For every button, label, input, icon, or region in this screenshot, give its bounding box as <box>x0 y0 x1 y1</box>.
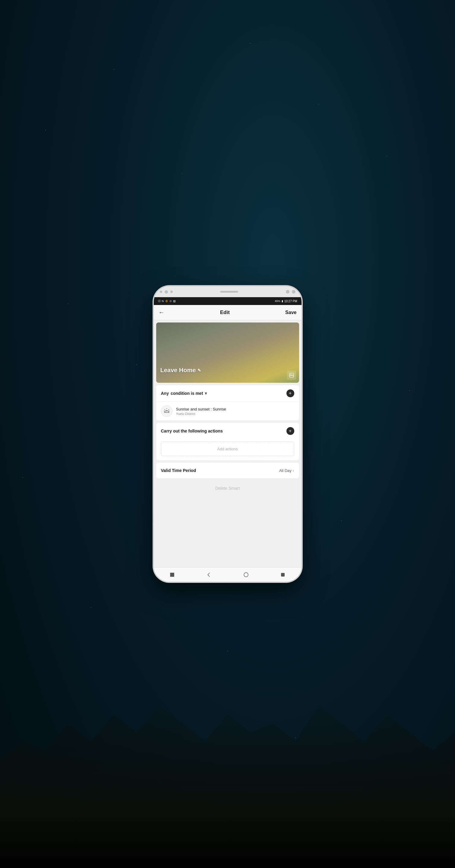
hero-image: Leave Home ✎ <box>156 322 299 383</box>
hero-title-text: Leave Home <box>160 367 196 374</box>
stop-icon <box>169 572 175 578</box>
svg-point-4 <box>244 572 248 577</box>
condition-prefix: Any <box>161 391 169 396</box>
back-nav-icon <box>206 572 212 578</box>
condition-text-group: Sunrise and sunset : Sunrise Yuelu Distr… <box>176 407 226 415</box>
actions-header: Carry out the following actions + <box>156 423 299 439</box>
top-bar-left <box>160 290 173 293</box>
wifi-icon: ⊙ <box>170 300 172 303</box>
back-button[interactable]: ← <box>159 309 164 316</box>
add-action-button[interactable]: + <box>286 427 294 435</box>
save-button[interactable]: Save <box>285 310 296 315</box>
valid-time-value-text: All Day <box>279 468 292 473</box>
valid-time-value-group: All Day › <box>279 468 294 473</box>
status-time: 10:27 PM <box>284 300 297 303</box>
condition-sub-text: Yuelu District <box>176 412 226 415</box>
condition-title[interactable]: Any condition is met ▾ <box>161 391 207 396</box>
battery-icon: ▮ <box>282 300 283 303</box>
add-actions-label: Add actions <box>217 447 238 451</box>
image-icon <box>289 373 294 378</box>
battery-percent: 65% <box>275 300 280 303</box>
valid-time-label: Valid Time Period <box>161 468 196 473</box>
app-header: ← Edit Save <box>154 305 302 320</box>
status-bar-left: ⓒ N 🔅 ⊙ ▧ <box>158 299 176 303</box>
phone-top-bar <box>154 286 302 297</box>
phone-frame: ⓒ N 🔅 ⊙ ▧ 65% ▮ 10:27 PM ← Edit Save <box>154 286 302 582</box>
actions-title: Carry out the following actions <box>161 429 223 433</box>
status-bar-right: 65% ▮ 10:27 PM <box>275 300 297 303</box>
recents-icon <box>280 572 286 578</box>
condition-item[interactable]: Sunrise and sunset : Sunrise Yuelu Distr… <box>156 401 299 421</box>
condition-header: Any condition is met ▾ + <box>156 385 299 401</box>
add-condition-button[interactable]: + <box>286 390 294 397</box>
edit-pencil-icon[interactable]: ✎ <box>198 368 201 373</box>
nfc-icon: N <box>162 300 164 303</box>
nav-recents-button[interactable] <box>277 569 288 580</box>
svg-rect-3 <box>170 573 174 577</box>
change-image-button[interactable] <box>287 371 296 380</box>
condition-dropdown-icon[interactable]: ▾ <box>205 391 207 396</box>
condition-suffix: condition is met <box>171 391 203 396</box>
sofa-background <box>156 322 299 383</box>
page-title: Edit <box>220 310 230 315</box>
content-area: Leave Home ✎ Any condition is met <box>154 320 302 567</box>
vibrate-icon: 🔅 <box>165 300 168 303</box>
condition-section: Any condition is met ▾ + <box>156 385 299 421</box>
home-circle-icon <box>243 572 249 578</box>
front-camera <box>286 290 290 293</box>
camera-dot <box>164 290 168 293</box>
sensor-dot-2 <box>170 290 173 293</box>
navigation-bar <box>154 567 302 582</box>
top-bar-right <box>286 290 296 293</box>
bluetooth-icon: ⓒ <box>158 299 161 303</box>
phone-screen: ⓒ N 🔅 ⊙ ▧ 65% ▮ 10:27 PM ← Edit Save <box>154 297 302 582</box>
status-bar: ⓒ N 🔅 ⊙ ▧ 65% ▮ 10:27 PM <box>154 297 302 305</box>
svg-rect-5 <box>281 573 285 577</box>
signal-icon: ▧ <box>173 300 176 303</box>
sensor-right <box>292 290 296 293</box>
sunrise-icon <box>163 408 170 414</box>
sensor-dot <box>160 290 162 293</box>
speaker <box>220 291 238 293</box>
delete-section: Delete Smart <box>156 481 299 496</box>
nav-back-button[interactable] <box>204 569 214 580</box>
condition-icon-sunrise <box>161 405 173 417</box>
valid-time-section: Valid Time Period All Day › <box>156 463 299 478</box>
condition-main-text: Sunrise and sunset : Sunrise <box>176 407 226 411</box>
valid-time-row[interactable]: Valid Time Period All Day › <box>156 463 299 478</box>
add-actions-area[interactable]: Add actions <box>161 441 294 456</box>
chevron-right-icon: › <box>293 468 294 473</box>
actions-section: Carry out the following actions + Add ac… <box>156 423 299 460</box>
delete-button[interactable]: Delete Smart <box>215 486 240 491</box>
nav-stop-button[interactable] <box>167 569 178 580</box>
automation-name: Leave Home ✎ <box>160 367 202 374</box>
nav-home-button[interactable] <box>241 569 251 580</box>
